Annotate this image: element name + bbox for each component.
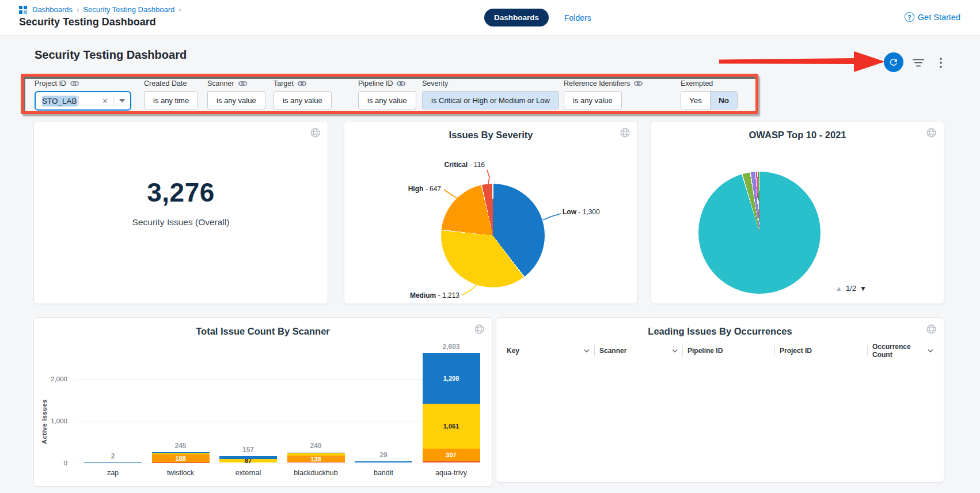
issues-by-severity-pie[interactable] [441,184,545,287]
filter-label-text: Reference Identifiers [564,79,630,88]
bar-segment-high[interactable]: 188 [152,454,210,462]
breadcrumb-separator: › [178,5,181,14]
filter-pipeline-id: Pipeline IDis any value [358,79,416,109]
table-column-occurrence-count[interactable]: Occurrence Count [867,346,938,356]
filter-toggle-button[interactable] [911,58,925,68]
get-started-link[interactable]: ? Get Started [905,12,960,22]
filter-value-button[interactable]: is Critical or High or Medium or Low [422,91,559,109]
owasp-pie[interactable] [698,172,821,294]
filter-value-button[interactable]: is any value [564,91,622,109]
globe-icon [926,128,936,140]
filter-label: Pipeline ID [358,79,416,88]
table-column-scanner[interactable]: Scanner [594,346,682,356]
table-column-label: Occurrence Count [872,343,928,359]
x-axis-category-label: blackduckhub [283,469,350,477]
bar-segment-low[interactable] [287,453,345,454]
tab-folders[interactable]: Folders [564,13,591,22]
bar-segment-high[interactable]: 138 [287,456,345,461]
bar-external[interactable]: 87 [219,456,277,462]
pager-down-icon[interactable]: ▼ [860,285,867,293]
view-tabs: Dashboards Folders [484,9,591,26]
bar-total-label: 240 [287,442,345,450]
tab-dashboards[interactable]: Dashboards [484,9,549,26]
refresh-button[interactable] [884,52,903,72]
table-column-label: Project ID [780,347,812,355]
bar-segment-medium[interactable] [152,453,210,454]
filter-severity: Severityis Critical or High or Medium or… [422,79,559,109]
filter-value-button[interactable]: is any value [274,91,332,109]
link-icon [70,81,79,86]
y-axis-tick: 0 [39,460,67,467]
filter-project-id: Project IDSTO_LAB✕ [35,79,131,111]
bar-bandit[interactable] [355,461,412,462]
breadcrumb-link-dashboards[interactable]: Dashboards [32,5,73,14]
table-column-key[interactable]: Key [502,346,594,356]
filter-control: is any value [274,91,332,109]
bar-segment-critical[interactable] [423,461,480,462]
bar-segment-medium[interactable] [287,453,345,456]
filter-control: is Critical or High or Medium or Low [422,91,559,109]
bar-segment-low[interactable]: 1,208 [423,353,480,404]
breadcrumb-grid-icon [19,6,27,14]
help-icon: ? [905,12,914,22]
card-issues-by-severity: Issues By Severity Critical - 116High - … [344,121,638,304]
card-total-issue-count-by-scanner: Total Issue Count By Scanner Active Issu… [33,317,492,487]
exempted-toggle: YesNo [681,91,738,109]
pager-up-icon[interactable]: ▲ [835,285,842,293]
project-id-combobox[interactable]: STO_LAB✕ [35,91,131,111]
bar-total-label: 157 [219,446,277,454]
clear-icon[interactable]: ✕ [100,97,113,105]
chart-title: Leading Issues By Occurrences [496,326,944,337]
bar-segment-low[interactable] [152,452,210,453]
filter-bar: Project IDSTO_LAB✕Created Dateis any tim… [24,77,755,112]
filter-label-text: Created Date [144,79,187,88]
bar-aqua-trivy[interactable]: 3071,0611,208 [423,353,480,462]
pie-slice-label-high: High - 647 [408,185,441,193]
globe-icon [620,128,630,140]
combobox-selected-value: STO_LAB [42,96,77,107]
filter-value-button[interactable]: is any time [144,91,198,109]
overall-count-value: 3,276 [34,177,328,208]
chevron-down-icon [584,349,590,352]
table-column-label: Scanner [599,347,626,355]
toggle-option-no[interactable]: No [710,92,737,109]
table-column-project-id[interactable]: Project ID [774,346,867,356]
filter-label-text: Project ID [35,79,66,88]
filter-value-button[interactable]: is any value [207,91,265,109]
bar-segment-high[interactable]: 307 [423,449,480,461]
card-owasp-top-10: OWASP Top 10 - 2021 ▲ 1/2 ▼ [651,121,944,304]
bar-segment-medium[interactable]: 87 [219,459,277,462]
text-cursor [78,96,79,106]
breadcrumb-link-current[interactable]: Security Testing Dashboard [83,5,174,14]
toggle-option-yes[interactable]: Yes [681,92,710,109]
filter-target: Targetis any value [274,79,332,109]
filter-control: YesNo [681,91,738,109]
bar-segment-low[interactable] [219,456,277,459]
globe-icon [926,128,936,138]
top-bar: Dashboards › Security Testing Dashboard … [0,0,980,36]
more-options-button[interactable] [936,57,945,69]
link-icon [238,81,247,86]
y-axis-tick: 1,000 [39,418,67,424]
table-header-row: KeyScannerPipeline IDProject IDOccurrenc… [502,343,938,358]
chart-title: OWASP Top 10 - 2021 [651,130,944,141]
filter-value-button[interactable]: is any value [358,91,416,109]
table-column-pipeline-id[interactable]: Pipeline ID [682,346,774,356]
bar-blackduckhub[interactable]: 138 [287,453,345,462]
breadcrumb-separator: › [77,5,79,14]
globe-icon [310,128,320,138]
filter-control: STO_LAB✕ [35,91,131,111]
bar-twistlock[interactable]: 188 [152,452,210,462]
bar-segment-value: 138 [287,456,345,462]
bar-total-label: 2,603 [423,343,480,351]
x-axis-category-label: bandit [350,469,417,477]
pie-slice-label-medium: Medium - 1,213 [410,291,459,299]
dropdown-icon[interactable] [119,99,125,103]
globe-icon [620,128,630,138]
card-security-issues-overall: 3,276 Security Issues (Overall) [33,121,328,304]
bar-segment-medium[interactable]: 1,061 [423,404,480,448]
y-axis-tick: 2,000 [39,376,67,382]
chart-title: Issues By Severity [344,130,637,141]
filter-label: Reference Identifiers [564,79,643,88]
bar-segment-low[interactable] [355,461,412,462]
